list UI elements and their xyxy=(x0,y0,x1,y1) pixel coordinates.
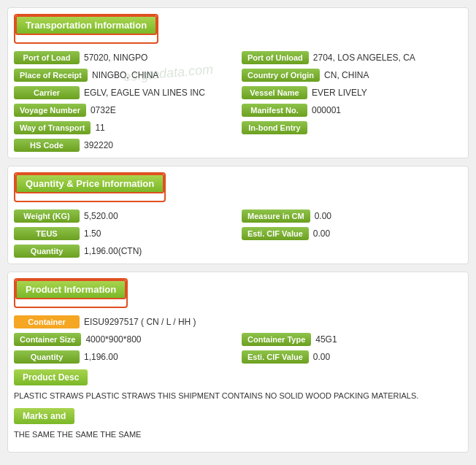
port-of-load-value: 57020, NINGPO xyxy=(84,53,234,63)
port-of-load-label: Port of Load xyxy=(14,51,80,64)
container-type-value: 45G1 xyxy=(315,334,462,345)
container-type-row: Container Type 45G1 xyxy=(242,333,462,346)
product-header: Product Information xyxy=(15,280,126,299)
measure-row: Measure in CM 0.00 xyxy=(242,210,462,223)
product-grid: Container EISU9297517 ( CN / L / HH ) Co… xyxy=(14,315,462,364)
vessel-name-value: EVER LIVELY xyxy=(312,88,462,98)
quantity-row: Quantity 1,196.00(CTN) xyxy=(14,245,234,258)
quantity-value: 1,196.00(CTN) xyxy=(84,246,234,256)
manifest-no-value: 000001 xyxy=(312,105,462,115)
country-of-origin-value: CN, CHINA xyxy=(324,70,462,80)
measure-label: Measure in CM xyxy=(242,210,310,223)
vessel-name-label: Vessel Name xyxy=(242,86,307,99)
weight-label: Weight (KG) xyxy=(14,210,80,223)
carrier-row: Carrier EGLV, EAGLE VAN LINES INC xyxy=(14,86,234,99)
carrier-value: EGLV, EAGLE VAN LINES INC xyxy=(84,88,234,98)
hs-code-value: 392220 xyxy=(84,140,234,150)
port-of-unload-row: Port of Unload 2704, LOS ANGELES, CA xyxy=(242,51,462,64)
container-size-row: Container Size 4000*900*800 xyxy=(14,333,234,346)
hs-code-row: HS Code 392220 xyxy=(14,139,234,152)
marks-text: THE SAME THE SAME THE SAME xyxy=(14,429,462,441)
carrier-label: Carrier xyxy=(14,86,80,99)
port-of-load-row: Port of Load 57020, NINGPO xyxy=(14,51,234,64)
product-desc-text: PLASTIC STRAWS PLASTIC STRAWS THIS SHIPM… xyxy=(14,390,462,402)
quantity-header: Quantity & Price Information xyxy=(15,174,164,193)
manifest-no-row: Manifest No. 000001 xyxy=(242,104,462,117)
container-value: EISU9297517 ( CN / L / HH ) xyxy=(84,317,462,327)
product-desc-section: Product Desc PLASTIC STRAWS PLASTIC STRA… xyxy=(14,369,462,440)
place-of-receipt-row: Place of Receipt NINGBO, CHINA xyxy=(14,69,234,82)
port-of-unload-value: 2704, LOS ANGELES, CA xyxy=(313,53,462,63)
marks-label: Marks and xyxy=(14,408,74,424)
container-size-value: 4000*900*800 xyxy=(85,334,234,345)
product-esti-cif-row: Esti. CIF Value 0.00 xyxy=(242,350,462,364)
voyage-number-value: 0732E xyxy=(91,105,234,115)
voyage-number-label: Voyage Number xyxy=(14,104,86,117)
transportation-section: Transportation Information es.gtodata.co… xyxy=(7,7,469,158)
teus-value: 1.50 xyxy=(84,228,234,239)
container-label: Container xyxy=(14,315,80,328)
country-of-origin-row: Country of Origin CN, CHINA xyxy=(242,69,462,82)
transportation-header-wrap: Transportation Information xyxy=(14,14,158,44)
port-of-unload-label: Port of Unload xyxy=(242,51,309,64)
esti-cif-value: 0.00 xyxy=(313,228,462,239)
product-quantity-row: Quantity 1,196.00 xyxy=(14,350,234,364)
way-of-transport-value: 11 xyxy=(95,123,234,133)
voyage-number-row: Voyage Number 0732E xyxy=(14,104,234,117)
vessel-name-row: Vessel Name EVER LIVELY xyxy=(242,86,462,99)
transportation-header: Transportation Information xyxy=(15,15,157,35)
quantity-label: Quantity xyxy=(14,245,80,258)
country-of-origin-label: Country of Origin xyxy=(242,69,320,82)
transportation-fields: es.gtodata.com Port of Load 57020, NINGP… xyxy=(14,51,462,152)
product-desc-label: Product Desc xyxy=(14,369,88,385)
measure-value: 0.00 xyxy=(315,211,462,221)
product-header-wrap: Product Information xyxy=(14,278,128,308)
esti-cif-label: Esti. CIF Value xyxy=(242,227,309,240)
place-of-receipt-label: Place of Receipt xyxy=(14,69,88,82)
product-quantity-value: 1,196.00 xyxy=(84,352,234,362)
esti-cif-row: Esti. CIF Value 0.00 xyxy=(242,227,462,240)
weight-row: Weight (KG) 5,520.00 xyxy=(14,210,234,223)
weight-value: 5,520.00 xyxy=(84,211,234,221)
container-size-label: Container Size xyxy=(14,333,81,346)
in-bond-entry-row: In-bond Entry xyxy=(242,121,462,134)
quantity-header-wrap: Quantity & Price Information xyxy=(14,172,166,202)
teus-row: TEUS 1.50 xyxy=(14,227,234,240)
product-esti-cif-value: 0.00 xyxy=(313,352,462,362)
container-type-label: Container Type xyxy=(242,333,311,346)
transportation-grid: Port of Load 57020, NINGPO Port of Unloa… xyxy=(14,51,462,152)
product-section: Product Information Container EISU929751… xyxy=(7,272,469,453)
product-esti-cif-label: Esti. CIF Value xyxy=(242,350,309,364)
teus-label: TEUS xyxy=(14,227,80,240)
quantity-grid: Weight (KG) 5,520.00 Measure in CM 0.00 … xyxy=(14,210,462,258)
manifest-no-label: Manifest No. xyxy=(242,104,307,117)
quantity-section: Quantity & Price Information Weight (KG)… xyxy=(7,166,469,264)
in-bond-entry-label: In-bond Entry xyxy=(242,121,307,134)
product-quantity-label: Quantity xyxy=(14,350,80,364)
way-of-transport-row: Way of Transport 11 xyxy=(14,121,234,134)
hs-code-label: HS Code xyxy=(14,139,80,152)
way-of-transport-label: Way of Transport xyxy=(14,121,91,134)
container-row: Container EISU9297517 ( CN / L / HH ) xyxy=(14,315,462,328)
place-of-receipt-value: NINGBO, CHINA xyxy=(92,70,234,80)
